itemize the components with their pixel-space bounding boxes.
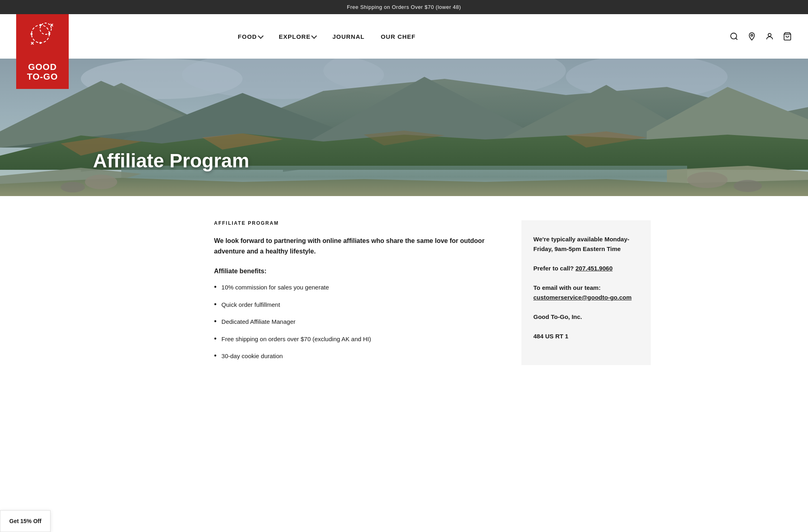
benefit-text: Free shipping on orders over $70 (exclud…: [222, 335, 371, 344]
address-text: 484 US RT 1: [534, 331, 639, 341]
company-text: Good To-Go, Inc.: [534, 312, 639, 322]
main-content: AFFILIATE PROGRAM We look forward to par…: [121, 196, 687, 393]
bullet-icon: •: [214, 300, 217, 309]
bullet-icon: •: [214, 335, 217, 344]
hero-title: Affiliate Program: [93, 150, 249, 172]
email-text: To email with our team: customerservice@…: [534, 283, 639, 302]
benefit-text: 10% commission for sales you generate: [222, 283, 329, 292]
svg-point-10: [731, 33, 737, 39]
phone-label: Prefer to call?: [534, 265, 574, 272]
nav-food[interactable]: FOOD: [238, 33, 262, 40]
account-button[interactable]: [765, 32, 774, 41]
header: GOODTO-GO FOOD EXPLORE JOURNAL OUR CHEF: [0, 14, 808, 59]
email-label: To email with our team:: [534, 284, 601, 291]
svg-point-13: [768, 34, 771, 36]
svg-point-1: [40, 23, 51, 34]
top-banner: Free Shipping on Orders Over $70 (lower …: [0, 0, 808, 14]
benefit-item: • 30-day cookie duration: [214, 352, 497, 361]
content-left: AFFILIATE PROGRAM We look forward to par…: [214, 220, 497, 369]
section-label: AFFILIATE PROGRAM: [214, 220, 497, 226]
svg-point-9: [49, 33, 51, 35]
content-sidebar: We're typically available Monday-Friday,…: [521, 220, 651, 365]
svg-point-7: [40, 42, 42, 44]
hero-section: Affiliate Program: [0, 59, 808, 196]
location-button[interactable]: [747, 32, 756, 41]
cart-button[interactable]: [783, 32, 792, 41]
benefit-text: 30-day cookie duration: [222, 352, 283, 361]
availability-text: We're typically available Monday-Friday,…: [534, 234, 639, 254]
nav-our-chef[interactable]: OUR CHEF: [381, 33, 416, 40]
benefit-text: Dedicated Affiliate Manager: [222, 317, 295, 327]
logo-container[interactable]: GOODTO-GO: [16, 14, 69, 89]
logo-text: GOODTO-GO: [27, 62, 58, 82]
benefit-text: Quick order fulfillment: [222, 300, 280, 310]
svg-point-36: [687, 172, 728, 188]
svg-point-37: [734, 180, 762, 192]
bullet-icon: •: [214, 283, 217, 292]
benefit-item: • Quick order fulfillment: [214, 300, 497, 310]
header-icons: [730, 32, 792, 41]
email-link[interactable]: customerservice@goodto-go.com: [534, 294, 632, 301]
nav-explore[interactable]: EXPLORE: [279, 33, 316, 40]
svg-point-12: [751, 34, 753, 36]
banner-text: Free Shipping on Orders Over $70 (lower …: [347, 4, 461, 10]
nav-journal[interactable]: JOURNAL: [332, 33, 365, 40]
phone-text: Prefer to call? 207.451.9060: [534, 264, 639, 273]
benefit-item: • Dedicated Affiliate Manager: [214, 317, 497, 327]
food-chevron-icon: [258, 33, 264, 38]
search-button[interactable]: [730, 32, 738, 41]
intro-text: We look forward to partnering with onlin…: [214, 236, 497, 256]
svg-point-6: [40, 24, 42, 26]
benefit-item: • 10% commission for sales you generate: [214, 283, 497, 292]
svg-point-38: [61, 182, 85, 192]
bullet-icon: •: [214, 352, 217, 361]
bullet-icon: •: [214, 317, 217, 326]
explore-chevron-icon: [311, 33, 317, 38]
svg-point-35: [85, 175, 117, 189]
svg-point-8: [31, 33, 33, 35]
svg-line-11: [736, 38, 737, 40]
phone-link[interactable]: 207.451.9060: [576, 265, 613, 272]
benefits-title: Affiliate benefits:: [214, 268, 497, 275]
benefit-item: • Free shipping on orders over $70 (excl…: [214, 335, 497, 344]
main-nav: FOOD EXPLORE JOURNAL OUR CHEF: [173, 33, 416, 40]
logo-box: GOODTO-GO: [16, 14, 69, 89]
logo-icon: [26, 20, 59, 50]
